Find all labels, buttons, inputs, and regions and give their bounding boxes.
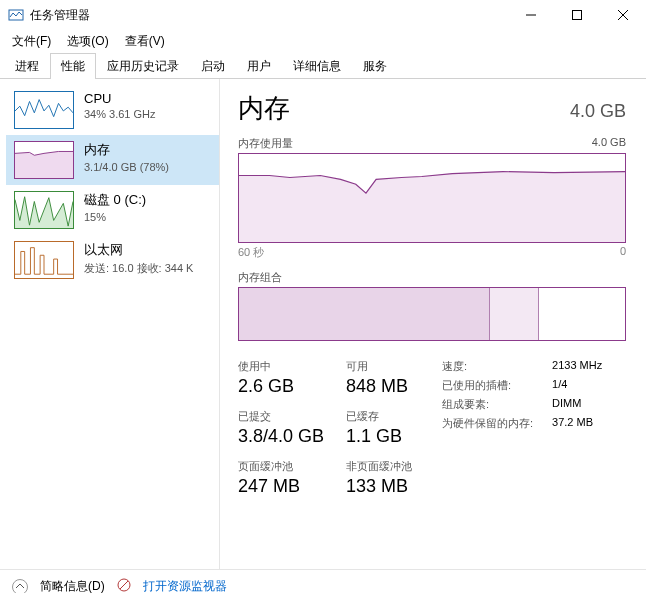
stat-available-label: 可用 [346, 359, 412, 374]
info-slots-label: 已使用的插槽: [442, 378, 552, 393]
close-button[interactable] [600, 0, 646, 30]
x-axis-left: 60 秒 [238, 245, 264, 260]
footer: 简略信息(D) 打开资源监视器 [0, 569, 646, 593]
sidebar-item-disk[interactable]: 磁盘 0 (C:) 15% [6, 185, 219, 235]
resmon-icon [117, 578, 131, 593]
menu-file[interactable]: 文件(F) [4, 31, 59, 52]
info-speed-value: 2133 MHz [552, 359, 602, 374]
memory-thumbnail [14, 141, 74, 179]
sidebar-disk-sub: 15% [84, 211, 146, 223]
stat-inuse-value: 2.6 GB [238, 376, 324, 397]
sidebar: CPU 34% 3.61 GHz 内存 3.1/4.0 GB (78%) 磁盘 … [0, 79, 220, 569]
disk-thumbnail [14, 191, 74, 229]
stat-cached-value: 1.1 GB [346, 426, 412, 447]
stat-available-value: 848 MB [346, 376, 412, 397]
sidebar-item-cpu[interactable]: CPU 34% 3.61 GHz [6, 85, 219, 135]
info-speed-label: 速度: [442, 359, 552, 374]
sidebar-disk-label: 磁盘 0 (C:) [84, 191, 146, 209]
window-title: 任务管理器 [30, 7, 508, 24]
stat-nonpaged-value: 133 MB [346, 476, 412, 497]
composition-in-use [239, 288, 490, 340]
sidebar-item-ethernet[interactable]: 以太网 发送: 16.0 接收: 344 K [6, 235, 219, 285]
cpu-thumbnail [14, 91, 74, 129]
memory-capacity: 4.0 GB [570, 101, 626, 122]
memory-composition-chart [238, 287, 626, 341]
title-bar: 任务管理器 [0, 0, 646, 30]
maximize-button[interactable] [554, 0, 600, 30]
fewer-details-link[interactable]: 简略信息(D) [40, 578, 105, 593]
sidebar-ethernet-label: 以太网 [84, 241, 193, 259]
sidebar-item-memory[interactable]: 内存 3.1/4.0 GB (78%) [6, 135, 219, 185]
minimize-button[interactable] [508, 0, 554, 30]
menu-view[interactable]: 查看(V) [117, 31, 173, 52]
app-icon [8, 7, 24, 23]
open-resmon-link[interactable]: 打开资源监视器 [143, 578, 227, 593]
info-reserved-label: 为硬件保留的内存: [442, 416, 552, 431]
usage-chart-max: 4.0 GB [592, 136, 626, 151]
sidebar-cpu-label: CPU [84, 91, 156, 106]
svg-marker-7 [239, 172, 625, 242]
sidebar-ethernet-sub: 发送: 16.0 接收: 344 K [84, 261, 193, 276]
info-slots-value: 1/4 [552, 378, 567, 393]
tab-performance[interactable]: 性能 [50, 53, 96, 79]
stat-committed-value: 3.8/4.0 GB [238, 426, 324, 447]
sidebar-memory-label: 内存 [84, 141, 169, 159]
stat-nonpaged-label: 非页面缓冲池 [346, 459, 412, 474]
tab-services[interactable]: 服务 [352, 53, 398, 79]
collapse-icon[interactable] [12, 579, 28, 594]
composition-label: 内存组合 [238, 270, 626, 285]
usage-chart-label: 内存使用量 [238, 136, 293, 151]
stat-paged-value: 247 MB [238, 476, 324, 497]
tab-users[interactable]: 用户 [236, 53, 282, 79]
info-form-value: DIMM [552, 397, 581, 412]
main-panel: 内存 4.0 GB 内存使用量 4.0 GB 60 秒 0 内存组合 使用中2.… [220, 79, 646, 569]
info-form-label: 组成要素: [442, 397, 552, 412]
tab-processes[interactable]: 进程 [4, 53, 50, 79]
tab-startup[interactable]: 启动 [190, 53, 236, 79]
tab-bar: 进程 性能 应用历史记录 启动 用户 详细信息 服务 [0, 52, 646, 79]
svg-rect-2 [573, 11, 582, 20]
stat-inuse-label: 使用中 [238, 359, 324, 374]
memory-usage-chart [238, 153, 626, 243]
sidebar-memory-sub: 3.1/4.0 GB (78%) [84, 161, 169, 173]
info-reserved-value: 37.2 MB [552, 416, 593, 431]
sidebar-cpu-sub: 34% 3.61 GHz [84, 108, 156, 120]
menu-bar: 文件(F) 选项(O) 查看(V) [0, 30, 646, 52]
svg-line-9 [120, 581, 128, 589]
x-axis-right: 0 [620, 245, 626, 260]
stat-cached-label: 已缓存 [346, 409, 412, 424]
composition-modified [490, 288, 539, 340]
tab-details[interactable]: 详细信息 [282, 53, 352, 79]
composition-free [539, 288, 625, 340]
ethernet-thumbnail [14, 241, 74, 279]
stat-committed-label: 已提交 [238, 409, 324, 424]
tab-history[interactable]: 应用历史记录 [96, 53, 190, 79]
stat-paged-label: 页面缓冲池 [238, 459, 324, 474]
svg-marker-5 [15, 151, 73, 178]
menu-options[interactable]: 选项(O) [59, 31, 116, 52]
page-title: 内存 [238, 91, 290, 126]
